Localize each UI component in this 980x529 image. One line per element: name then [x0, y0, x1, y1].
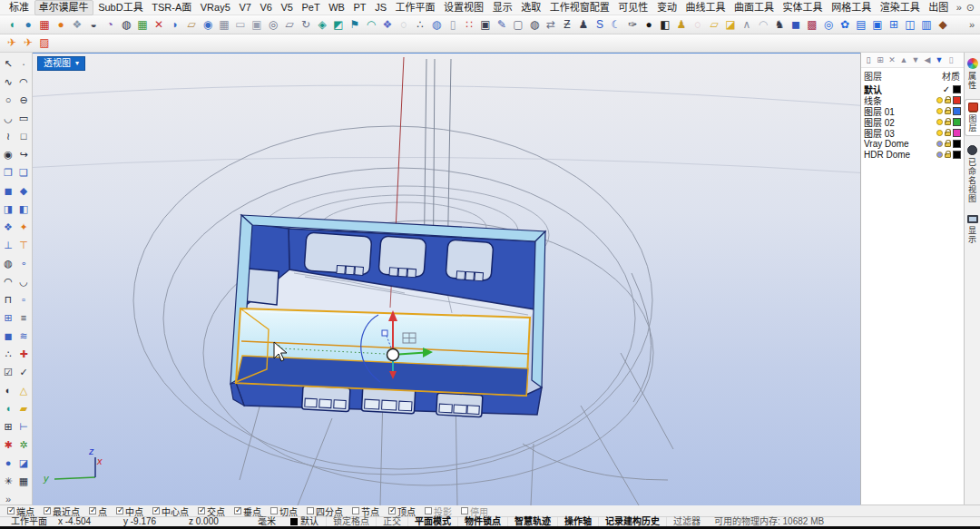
frame-icon[interactable]: ▣ [477, 16, 494, 34]
new-sublayer-icon[interactable]: ⊞ [876, 55, 885, 64]
viewport-canvas[interactable]: y z x [33, 54, 860, 505]
layer-lock-icon[interactable] [945, 110, 951, 114]
checkbox[interactable] [461, 507, 468, 514]
menu-item[interactable]: 可见性 [614, 1, 652, 15]
delete-layer-icon[interactable]: ✕ [887, 55, 897, 64]
checkbox[interactable] [198, 507, 205, 514]
menu-item[interactable]: 工作视窗配置 [546, 1, 613, 15]
ball-icon[interactable]: ● [1, 454, 16, 472]
notepad-icon[interactable]: ▱ [183, 16, 200, 34]
checkbox[interactable] [234, 507, 241, 514]
layer-lock-icon[interactable] [945, 142, 951, 147]
offset-icon[interactable]: ▫ [16, 290, 32, 309]
checkbox[interactable] [44, 507, 51, 514]
ink-pen-icon[interactable]: ✑ [624, 16, 641, 34]
arc-3pt-icon[interactable]: ◡ [1, 109, 16, 127]
bar-icon[interactable]: ▰ [16, 399, 32, 417]
checkbox[interactable] [270, 507, 278, 514]
sphere-stack-icon[interactable]: ◍ [428, 16, 445, 34]
layer-color-swatch[interactable] [953, 151, 961, 159]
viewport-tab[interactable]: 透视图 ▾ [38, 57, 84, 70]
menu-item[interactable]: 工作平面 [392, 1, 439, 15]
flag-icon[interactable]: ⚑ [347, 16, 363, 34]
layer-color-swatch[interactable] [953, 107, 961, 115]
fillet-icon[interactable]: ↪ [16, 145, 32, 163]
paperplane-star-icon[interactable]: ✈ [20, 34, 36, 52]
checkbox[interactable] [7, 507, 15, 514]
units-label[interactable]: 毫米 [250, 517, 283, 526]
layer-visibility-bulb-icon[interactable] [936, 97, 943, 103]
cplane-label[interactable]: 工作平面 [4, 517, 54, 526]
container-model[interactable] [230, 215, 545, 417]
menu-item[interactable]: JS [371, 1, 390, 15]
half-circle-icon[interactable]: ◖ [1, 399, 16, 417]
status-toggle[interactable]: 正交 [376, 517, 407, 526]
control-curve-icon[interactable]: ∿ [1, 73, 16, 91]
s-curve-icon[interactable]: S [592, 16, 608, 34]
cap-icon[interactable]: ◧ [16, 200, 32, 218]
panel-icon[interactable]: ▥ [918, 16, 935, 34]
gem-icon[interactable]: ◈ [314, 16, 330, 34]
window-icon[interactable]: ◫ [902, 16, 918, 34]
dot-icon[interactable]: ∘ [16, 254, 32, 272]
checkbox[interactable] [116, 507, 123, 514]
menu-item[interactable]: PT [350, 1, 370, 15]
toolbar-overflow-chevron[interactable]: » [1, 490, 16, 505]
status-toggle[interactable]: 操作轴 [557, 517, 598, 526]
target-icon[interactable]: ◎ [265, 16, 281, 34]
sphere-icon[interactable]: ◍ [1, 254, 16, 272]
status-toggle[interactable]: 过滤器 [666, 517, 707, 526]
square-icon[interactable]: □ [16, 127, 32, 145]
gumball-center-handle[interactable] [387, 349, 399, 361]
layer-color-swatch[interactable] [953, 129, 961, 137]
filter-icon[interactable]: ▼ [935, 55, 944, 64]
menu-item[interactable]: 设置视图 [440, 1, 487, 15]
menu-item[interactable]: 实体工具 [779, 1, 827, 15]
box-icon[interactable]: ◼ [1, 181, 16, 200]
layer-visibility-bulb-icon[interactable] [936, 119, 943, 125]
pencil-icon[interactable]: ✎ [494, 16, 510, 34]
mesh-icon[interactable]: ▦ [216, 16, 232, 34]
cone-icon[interactable]: △ [16, 381, 32, 399]
orange-sphere-icon[interactable]: ● [53, 16, 69, 34]
picture-frame-icon[interactable]: ▣ [249, 16, 265, 34]
project-icon[interactable]: ⊥ [1, 236, 16, 254]
menu-item[interactable]: V6 [256, 1, 275, 15]
sparkle-ball-icon[interactable]: ◉ [200, 16, 216, 34]
checkbox-icon[interactable]: ☑ [1, 363, 16, 381]
menu-item[interactable]: SubD工具 [94, 1, 147, 15]
viewport-3d[interactable]: y z x 透视图 ▾ [33, 53, 860, 505]
checkbox[interactable] [152, 507, 160, 514]
black-sphere-icon[interactable]: ● [641, 16, 657, 34]
panel-tab[interactable]: 图层 [965, 99, 980, 136]
ghost-arc-icon[interactable]: ◠ [755, 16, 771, 34]
polyline-icon[interactable]: ≀ [1, 127, 16, 145]
small-sphere-icon[interactable]: ◍ [526, 16, 543, 34]
star-red-icon[interactable]: ✱ [1, 436, 16, 454]
plus-icon[interactable]: ✚ [16, 345, 32, 363]
checkbox[interactable] [307, 507, 314, 514]
wire-icon[interactable]: ∧ [739, 16, 755, 34]
new-layer-icon[interactable]: ▯ [864, 55, 873, 64]
figure-icon[interactable]: ♟ [575, 16, 592, 34]
boolean-icon[interactable]: ❖ [1, 218, 16, 236]
arc-icon[interactable]: ◠ [16, 73, 32, 91]
left-wall-window[interactable] [246, 269, 279, 305]
dashed-circle-icon[interactable]: ◌ [396, 16, 412, 34]
blue-gear-icon[interactable]: ✿ [837, 16, 853, 34]
menu-item[interactable]: WB [325, 1, 348, 15]
yellow-sheet-icon[interactable]: ▱ [706, 16, 722, 34]
rectangle-icon[interactable]: ▭ [16, 109, 32, 127]
arc-icon[interactable]: ◠ [363, 16, 379, 34]
select-arrow-icon[interactable]: ↖ [1, 54, 16, 73]
circle-center-icon[interactable]: ◉ [1, 145, 16, 163]
dome-icon[interactable]: ◒ [85, 16, 102, 34]
move-up-icon[interactable]: ▲ [899, 55, 908, 64]
osnap-toggle[interactable]: 点 [89, 505, 107, 518]
layer-row[interactable]: 图层 03 ✓ [861, 127, 964, 138]
surface-icon[interactable]: ◩ [330, 16, 347, 34]
paperplane-icon[interactable]: ✈ [4, 34, 20, 52]
warning-figure-icon[interactable]: ♟ [673, 16, 690, 34]
status-toggle[interactable]: 平面模式 [407, 517, 457, 526]
mannequin-icon[interactable]: ✕ [151, 16, 167, 34]
